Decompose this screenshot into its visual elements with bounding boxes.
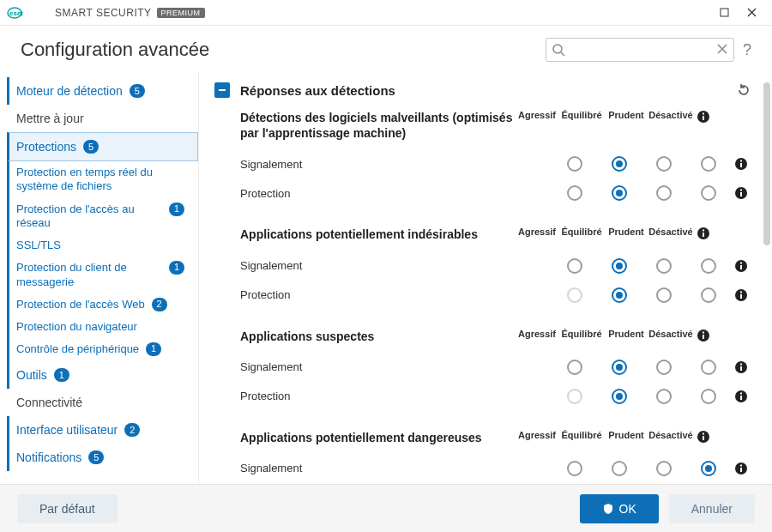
radio-option[interactable] [701, 461, 716, 476]
settings-group: Applications suspectesAgressifÉquilibréP… [240, 329, 751, 411]
radio-option[interactable] [612, 258, 627, 274]
radio-option[interactable] [612, 360, 627, 375]
badge: 5 [88, 450, 104, 464]
info-icon[interactable] [731, 186, 751, 200]
cancel-button[interactable]: Annuler [669, 494, 755, 523]
radio-option[interactable] [612, 287, 627, 303]
svg-rect-31 [740, 392, 742, 394]
column-header: Désactivé [648, 227, 693, 237]
clear-search-icon[interactable] [716, 43, 728, 55]
svg-rect-16 [703, 230, 704, 232]
sidebar-item-label: Protection du client de messagerie [16, 261, 162, 289]
sidebar-item-label: Protection de l'accès au réseau [16, 203, 162, 231]
page-title: Configuration avancée [21, 39, 209, 61]
radio-option[interactable] [656, 389, 672, 404]
sidebar-item[interactable]: Connectivité [7, 389, 198, 416]
collapse-section-button[interactable] [214, 82, 230, 98]
column-header: Prudent [604, 110, 648, 120]
info-icon[interactable] [731, 390, 751, 403]
help-icon[interactable]: ? [743, 41, 751, 59]
settings-row: Signalement [240, 454, 751, 483]
group-title: Détections des logiciels malveillants (o… [240, 110, 515, 141]
sidebar-item-label: Protection du navigateur [16, 320, 137, 334]
scrollbar[interactable] [763, 82, 770, 508]
sidebar-sub-item[interactable]: Protection de l'accès au réseau1 [7, 198, 198, 235]
info-icon[interactable] [731, 360, 751, 374]
column-header: Agressif [515, 430, 559, 440]
radio-option[interactable] [656, 156, 672, 172]
badge: 5 [83, 140, 99, 154]
column-header: Désactivé [648, 110, 693, 120]
svg-rect-22 [740, 291, 742, 293]
info-icon[interactable] [693, 227, 714, 240]
radio-option[interactable] [701, 287, 716, 303]
search-box[interactable] [546, 38, 734, 62]
default-button[interactable]: Par défaut [17, 494, 118, 523]
radio-option[interactable] [567, 360, 582, 375]
sidebar-item-label: Notifications [16, 450, 81, 464]
settings-row: Signalement [240, 353, 751, 382]
svg-rect-9 [740, 163, 742, 167]
sidebar-item[interactable]: Outils1 [7, 361, 198, 389]
sidebar-sub-item[interactable]: SSL/TLS [7, 234, 198, 257]
sidebar-item-label: Moteur de détection [16, 84, 123, 98]
radio-option[interactable] [612, 185, 627, 201]
maximize-button[interactable] [710, 3, 738, 23]
search-input[interactable] [569, 44, 711, 57]
radio-option[interactable] [656, 287, 672, 303]
row-label: Signalement [240, 158, 552, 171]
ok-button[interactable]: OK [580, 494, 659, 523]
info-icon[interactable] [731, 288, 751, 302]
info-icon[interactable] [693, 430, 714, 444]
radio-option[interactable] [567, 461, 582, 476]
radio-option[interactable] [701, 360, 716, 375]
sidebar-sub-item[interactable]: Protection de l'accès Web2 [7, 293, 198, 316]
row-label: Signalement [240, 360, 552, 373]
radio-option[interactable] [656, 461, 672, 476]
sidebar-item[interactable]: Mettre à jour [7, 105, 198, 132]
badge: 1 [169, 203, 184, 216]
radio-option[interactable] [701, 185, 716, 201]
radio-option[interactable] [656, 258, 672, 274]
info-icon[interactable] [731, 259, 751, 273]
radio-option[interactable] [701, 389, 716, 404]
radio-option[interactable] [567, 156, 582, 172]
settings-row: Signalement [240, 251, 751, 281]
radio-option[interactable] [567, 258, 582, 274]
reset-section-icon[interactable] [736, 82, 751, 98]
svg-rect-15 [703, 233, 704, 237]
sidebar-sub-item[interactable]: Protection du navigateur [7, 316, 198, 338]
settings-group: Applications potentiellement indésirable… [240, 227, 751, 309]
info-icon[interactable] [693, 110, 714, 124]
sidebar-sub-item[interactable]: Protection du client de messagerie1 [7, 257, 198, 293]
radio-option[interactable] [701, 156, 716, 172]
row-label: Protection [240, 187, 552, 200]
radio-option[interactable] [567, 185, 582, 201]
sidebar-sub-item[interactable]: Contrôle de périphérique1 [7, 338, 198, 360]
sidebar-item[interactable]: Notifications5 [7, 444, 198, 471]
scrollbar-thumb[interactable] [763, 82, 770, 245]
info-icon[interactable] [731, 462, 751, 475]
radio-option[interactable] [612, 461, 627, 476]
sidebar-sub-item[interactable]: Protection en temps réel du système de f… [7, 161, 198, 198]
radio-option[interactable] [612, 156, 627, 172]
sidebar-item[interactable]: Moteur de détection5 [7, 77, 198, 105]
radio-option[interactable] [701, 258, 716, 274]
sidebar-item[interactable]: Protections5 [7, 132, 198, 161]
section-header: Réponses aux détections [214, 82, 751, 98]
svg-rect-13 [740, 190, 742, 191]
radio-option[interactable] [612, 389, 627, 404]
sidebar-item-label: Protection de l'accès Web [16, 298, 145, 311]
sidebar-item-label: Connectivité [16, 396, 82, 409]
sidebar-item[interactable]: Interface utilisateur2 [7, 416, 198, 444]
radio-option[interactable] [656, 360, 672, 375]
column-header: Équilibré [559, 430, 604, 440]
badge: 1 [54, 368, 69, 382]
info-icon[interactable] [693, 329, 714, 342]
product-name: SMART SECURITY [55, 7, 152, 19]
svg-rect-19 [740, 262, 742, 263]
info-icon[interactable] [731, 157, 751, 171]
radio-option[interactable] [656, 185, 672, 201]
close-button[interactable] [738, 3, 765, 23]
column-header: Équilibré [559, 329, 604, 339]
